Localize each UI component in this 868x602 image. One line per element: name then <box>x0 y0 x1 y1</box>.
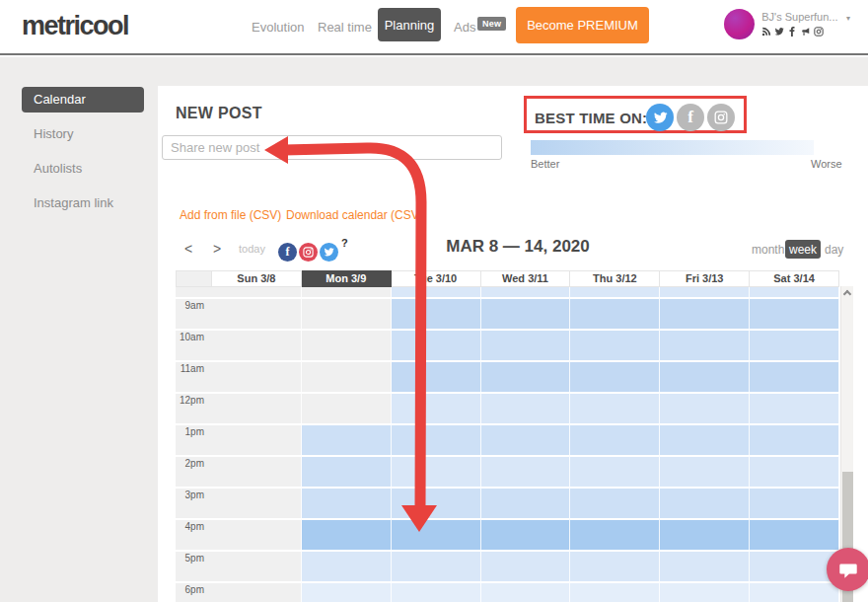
filter-instagram-toggle[interactable] <box>299 243 318 262</box>
calendar-cell[interactable] <box>570 287 660 297</box>
calendar-cell[interactable] <box>660 487 750 518</box>
calendar-cell[interactable] <box>212 360 302 392</box>
calendar-cell[interactable] <box>481 392 571 423</box>
calendar-cell[interactable] <box>302 329 392 360</box>
calendar-cell[interactable] <box>212 550 302 581</box>
calendar-cell[interactable] <box>481 455 571 487</box>
calendar-cell[interactable] <box>750 487 839 518</box>
calendar-cell[interactable] <box>750 455 839 487</box>
instagram-icon[interactable] <box>814 27 824 37</box>
metricool-logo[interactable]: metricool <box>22 11 128 41</box>
calendar-cell[interactable] <box>392 392 481 423</box>
sidebar-item-history[interactable]: History <box>34 121 158 147</box>
share-new-post-input[interactable] <box>162 135 502 160</box>
sidebar-item-calendar[interactable]: Calendar <box>22 87 144 113</box>
prev-week-button[interactable]: < <box>184 241 192 257</box>
calendar-cell[interactable] <box>481 297 571 329</box>
calendar-cell[interactable] <box>392 329 481 360</box>
view-month-button[interactable]: month <box>752 243 784 257</box>
calendar-cell[interactable] <box>481 287 571 297</box>
calendar-cell[interactable] <box>570 455 660 487</box>
calendar-cell[interactable] <box>750 297 839 329</box>
twitter-icon[interactable] <box>774 27 784 37</box>
view-day-button[interactable]: day <box>825 243 843 257</box>
calendar-cell[interactable] <box>570 581 660 602</box>
calendar-cell[interactable] <box>302 360 392 392</box>
calendar-cell[interactable] <box>392 360 481 392</box>
calendar-cell[interactable] <box>212 487 302 518</box>
calendar-cell[interactable] <box>302 392 392 423</box>
calendar-cell[interactable] <box>302 455 392 487</box>
calendar-cell[interactable] <box>660 455 750 487</box>
calendar-cell[interactable] <box>212 423 302 455</box>
calendar-cell[interactable] <box>660 287 750 297</box>
filter-twitter-toggle[interactable] <box>320 243 338 262</box>
calendar-cell[interactable] <box>570 297 660 329</box>
calendar-cell[interactable] <box>212 329 302 360</box>
nav-ads[interactable]: Ads <box>454 20 475 35</box>
nav-real-time[interactable]: Real time <box>318 20 372 35</box>
calendar-cell[interactable] <box>481 550 571 581</box>
calendar-cell[interactable] <box>570 392 660 423</box>
avatar[interactable] <box>724 9 755 39</box>
calendar-cell[interactable] <box>302 423 392 455</box>
calendar-cell[interactable] <box>570 550 660 581</box>
calendar-cell[interactable] <box>302 297 392 329</box>
calendar-cell[interactable] <box>392 550 481 581</box>
nav-evolution[interactable]: Evolution <box>252 20 304 35</box>
calendar-cell[interactable] <box>570 423 660 455</box>
rss-icon[interactable] <box>761 27 771 37</box>
calendar-cell[interactable] <box>660 581 750 602</box>
calendar-cell[interactable] <box>750 329 839 360</box>
facebook-icon[interactable] <box>787 27 797 37</box>
calendar-cell[interactable] <box>570 329 660 360</box>
help-button[interactable]: ? <box>341 237 348 249</box>
calendar-cell[interactable] <box>570 518 660 550</box>
calendar-cell[interactable] <box>392 287 481 297</box>
calendar-cell[interactable] <box>660 518 750 550</box>
best-time-facebook-toggle[interactable]: f <box>677 104 704 131</box>
calendar-cell[interactable] <box>481 329 571 360</box>
calendar-cell[interactable] <box>660 329 750 360</box>
calendar-cell[interactable] <box>570 487 660 518</box>
calendar-cell[interactable] <box>660 360 750 392</box>
calendar-cell[interactable] <box>481 487 571 518</box>
calendar-cell[interactable] <box>392 423 481 455</box>
chat-widget-button[interactable] <box>827 548 868 591</box>
calendar-cell[interactable] <box>750 581 839 602</box>
calendar-cell[interactable] <box>481 360 571 392</box>
scroll-up-icon[interactable] <box>843 290 851 298</box>
calendar-cell[interactable] <box>212 392 302 423</box>
calendar-cell[interactable] <box>570 360 660 392</box>
calendar-cell[interactable] <box>750 360 839 392</box>
best-time-instagram-toggle[interactable] <box>707 104 735 131</box>
calendar-cell[interactable] <box>212 297 302 329</box>
calendar-cell[interactable] <box>212 455 302 487</box>
calendar-cell[interactable] <box>212 581 302 602</box>
become-premium-button[interactable]: Become PREMIUM <box>516 7 649 43</box>
view-week-button[interactable]: week <box>785 240 821 259</box>
calendar-cell[interactable] <box>212 518 302 550</box>
calendar-cell[interactable] <box>392 455 481 487</box>
megaphone-icon[interactable] <box>800 27 811 37</box>
calendar-cell[interactable] <box>481 518 571 550</box>
calendar-cell[interactable] <box>660 423 750 455</box>
calendar-cell[interactable] <box>481 423 571 455</box>
best-time-twitter-toggle[interactable] <box>646 104 674 131</box>
calendar-cell[interactable] <box>660 392 750 423</box>
filter-facebook-toggle[interactable]: f <box>278 243 297 262</box>
calendar-cell[interactable] <box>750 287 839 297</box>
calendar-cell[interactable] <box>392 297 481 329</box>
calendar-cell[interactable] <box>392 518 481 550</box>
account-menu[interactable]: BJ's Superfun... ▾ <box>724 7 850 39</box>
add-from-file-link[interactable]: Add from file (CSV) <box>180 208 281 222</box>
calendar-cell[interactable] <box>660 297 750 329</box>
calendar-cell[interactable] <box>212 287 302 297</box>
sidebar-item-instagram-link[interactable]: Instagram link <box>34 190 158 216</box>
calendar-cell[interactable] <box>750 392 839 423</box>
calendar-cell[interactable] <box>392 487 481 518</box>
calendar-cell[interactable] <box>660 550 750 581</box>
calendar-cell[interactable] <box>750 423 839 455</box>
calendar-cell[interactable] <box>481 581 571 602</box>
calendar-cell[interactable] <box>302 487 392 518</box>
